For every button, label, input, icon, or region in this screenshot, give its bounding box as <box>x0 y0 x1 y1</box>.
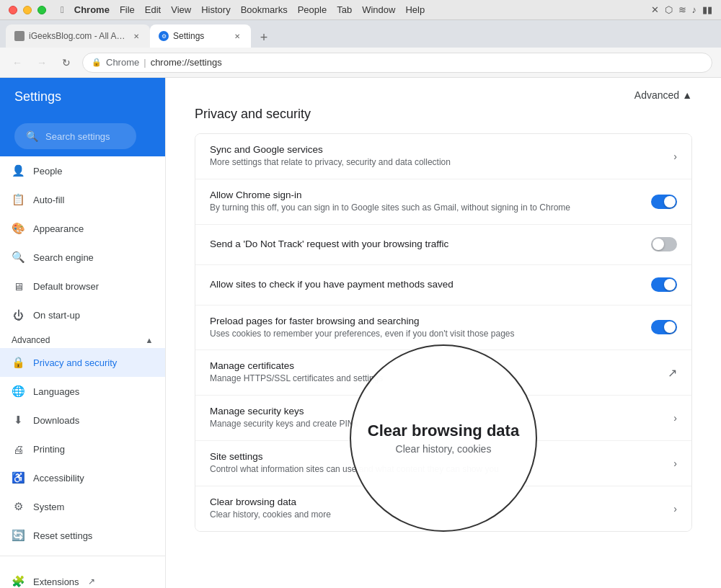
sidebar-item-languages[interactable]: 🌐 Languages <box>0 377 165 406</box>
reload-button[interactable]: ↻ <box>58 54 75 71</box>
settings-row-clear-browsing[interactable]: Clear browsing data Clear history, cooki… <box>195 486 691 531</box>
tab-favicon-settings: ⚙ <box>159 31 169 41</box>
settings-row-keys-desc: Manage security keys and create PINs <box>210 418 662 430</box>
sidebar-item-on-startup[interactable]: ⏻ On start-up <box>0 300 165 329</box>
extensions-icon: 🧩 <box>12 575 25 588</box>
do-not-track-toggle[interactable] <box>651 237 677 251</box>
settings-row-certificates[interactable]: Manage certificates Manage HTTPS/SSL cer… <box>195 350 691 396</box>
tab-close-igeeksblog[interactable]: ✕ <box>131 31 141 41</box>
apple-menu[interactable]:  <box>61 4 64 15</box>
sidebar-item-system[interactable]: ⚙ System <box>0 492 165 521</box>
traffic-lights <box>9 6 46 14</box>
toggle-thumb-payment <box>664 279 676 290</box>
settings-row-chrome-signin[interactable]: Allow Chrome sign-in By turning this off… <box>195 179 691 225</box>
menu-bookmarks[interactable]: Bookmarks <box>241 4 288 15</box>
sidebar-item-appearance[interactable]: 🎨 Appearance <box>0 214 165 243</box>
forward-button[interactable]: → <box>33 54 50 71</box>
sidebar-item-search-engine[interactable]: 🔍 Search engine <box>0 243 165 272</box>
main-content: Settings 🔍 Search settings 👤 People 📋 Au… <box>0 78 721 588</box>
search-input[interactable]: Search settings <box>45 131 125 142</box>
external-link-icon: ↗ <box>668 366 677 380</box>
settings-row-signin-action[interactable] <box>651 195 677 209</box>
sidebar-item-default-browser[interactable]: 🖥 Default browser <box>0 272 165 300</box>
menu-people[interactable]: People <box>298 4 327 15</box>
address-bar: ← → ↻ 🔒 Chrome | chrome://settings <box>0 48 721 78</box>
title-bar:  Chrome File Edit View History Bookmark… <box>0 0 721 20</box>
autofill-icon: 📋 <box>12 193 25 206</box>
sidebar-item-downloads[interactable]: ⬇ Downloads <box>0 406 165 435</box>
settings-row-payment-title: Allow sites to check if you have payment… <box>210 279 640 290</box>
menu-tab[interactable]: Tab <box>337 4 352 15</box>
sidebar-item-people[interactable]: 👤 People <box>0 156 165 185</box>
fullscreen-window-button[interactable] <box>37 6 46 14</box>
startup-icon: ⏻ <box>12 308 25 321</box>
sidebar-item-label-appearance: Appearance <box>33 223 84 234</box>
menu-window[interactable]: Window <box>362 4 395 15</box>
url-bar[interactable]: 🔒 Chrome | chrome://settings <box>82 53 712 73</box>
url-path: chrome://settings <box>151 57 222 68</box>
menu-view[interactable]: View <box>171 4 191 15</box>
sidebar-item-autofill[interactable]: 📋 Auto-fill <box>0 185 165 214</box>
minimize-window-button[interactable] <box>23 6 32 14</box>
tab-igeeksblog[interactable]: iGeeksBlog.com - All About iPho... ✕ <box>6 24 150 48</box>
tab-close-settings[interactable]: ✕ <box>232 31 242 41</box>
sidebar-title-text: Settings <box>14 89 61 104</box>
settings-row-preload[interactable]: Preload pages for faster browsing and se… <box>195 306 691 351</box>
sidebar-item-privacy[interactable]: 🔒 Privacy and security <box>0 348 165 377</box>
settings-row-sync[interactable]: Sync and Google services More settings t… <box>195 134 691 179</box>
menu-history[interactable]: History <box>201 4 230 15</box>
menu-file[interactable]: File <box>120 4 135 15</box>
settings-row-certs-action: ↗ <box>668 366 677 380</box>
settings-row-site-desc: Control what information sites can use a… <box>210 463 662 476</box>
settings-row-payment[interactable]: Allow sites to check if you have payment… <box>195 265 691 306</box>
downloads-icon: ⬇ <box>12 414 25 427</box>
sidebar-item-label-privacy: Privacy and security <box>33 357 117 368</box>
lock-icon: 🔒 <box>92 58 102 67</box>
settings-row-security-keys[interactable]: Manage security keys Manage security key… <box>195 396 691 441</box>
languages-icon: 🌐 <box>12 385 25 398</box>
sidebar-title: Settings <box>0 78 165 116</box>
preload-toggle[interactable] <box>651 320 677 334</box>
advanced-arrow-icon: ▲ <box>682 89 692 101</box>
tab-settings[interactable]: ⚙ Settings ✕ <box>150 24 251 48</box>
search-container: 🔍 Search settings <box>0 116 165 156</box>
close-window-button[interactable] <box>9 6 17 14</box>
sidebar-item-accessibility[interactable]: ♿ Accessibility <box>0 463 165 492</box>
menu-edit[interactable]: Edit <box>145 4 161 15</box>
sidebar-extensions[interactable]: 🧩 Extensions ↗ <box>12 568 154 588</box>
new-tab-button[interactable]: + <box>254 27 274 48</box>
menu-chrome[interactable]: Chrome <box>74 4 110 15</box>
sidebar-item-label-printing: Printing <box>33 444 65 455</box>
advanced-header: Advanced ▲ <box>195 78 692 107</box>
settings-row-site-title: Site settings <box>210 451 662 462</box>
settings-row-do-not-track[interactable]: Send a 'Do Not Track' request with your … <box>195 225 691 265</box>
settings-card: Sync and Google services More settings t… <box>195 133 692 532</box>
settings-row-site-settings[interactable]: Site settings Control what information s… <box>195 441 691 486</box>
settings-row-dnt-action[interactable] <box>651 237 677 251</box>
chevron-right-icon: › <box>673 151 677 162</box>
settings-row-dnt-content: Send a 'Do Not Track' request with your … <box>210 239 640 251</box>
settings-row-certs-content: Manage certificates Manage HTTPS/SSL cer… <box>210 360 656 385</box>
payment-methods-toggle[interactable] <box>651 277 677 292</box>
extensions-label: Extensions <box>33 576 79 587</box>
reset-icon: 🔄 <box>12 529 25 542</box>
menu-help[interactable]: Help <box>405 4 425 15</box>
menu-bar:  Chrome File Edit View History Bookmark… <box>61 4 425 15</box>
settings-row-clear-action: › <box>673 503 677 514</box>
advanced-header-label: Advanced <box>634 89 679 101</box>
back-button[interactable]: ← <box>9 54 26 71</box>
settings-row-site-content: Site settings Control what information s… <box>210 451 662 476</box>
chrome-signin-toggle[interactable] <box>651 195 677 209</box>
cast-icon: ⬡ <box>665 4 673 15</box>
chevron-right-site-icon: › <box>673 458 677 469</box>
battery-icon: ▮▮ <box>702 4 712 15</box>
settings-row-payment-action[interactable] <box>651 277 677 292</box>
advanced-section-header[interactable]: Advanced ▲ <box>0 329 165 348</box>
settings-row-keys-content: Manage security keys Manage security key… <box>210 406 662 430</box>
search-icon: 🔍 <box>26 130 38 142</box>
sidebar-item-printing[interactable]: 🖨 Printing <box>0 435 165 463</box>
sidebar-item-reset[interactable]: 🔄 Reset settings <box>0 521 165 550</box>
appearance-icon: 🎨 <box>12 222 25 235</box>
people-icon: 👤 <box>12 164 25 177</box>
settings-row-preload-action[interactable] <box>651 320 677 334</box>
